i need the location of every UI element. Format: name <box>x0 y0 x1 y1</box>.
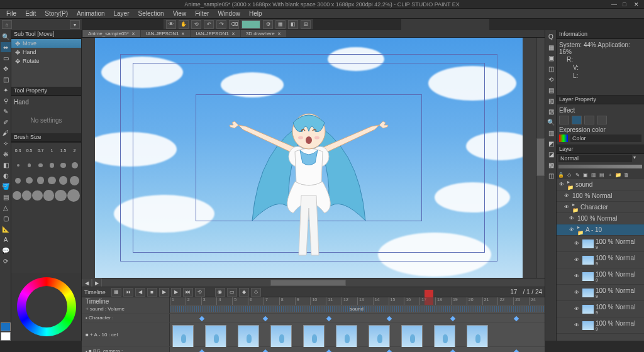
marquee-tool[interactable]: ◫ <box>1 74 11 84</box>
brush-size-label[interactable]: 1 <box>47 144 57 157</box>
key-add-icon[interactable]: ◆ <box>239 288 249 297</box>
brush-preset[interactable] <box>32 189 42 202</box>
animation-cel[interactable]: 10 <box>467 325 488 348</box>
clip-icon[interactable]: ▥ <box>590 171 597 179</box>
visibility-icon[interactable]: 👁 <box>564 193 570 199</box>
timeline-row-label[interactable]: + sound : Volume <box>82 305 170 313</box>
bg-color-swatch[interactable] <box>1 332 11 341</box>
brush-preset[interactable] <box>24 159 35 172</box>
timeline-ruler[interactable]: 123456789101112131415161718192021222324 <box>170 297 545 305</box>
visibility-icon[interactable]: 👁 <box>574 241 580 246</box>
brush-preset[interactable] <box>55 189 67 202</box>
ref-icon[interactable]: ◇ <box>565 171 573 179</box>
brush-preset[interactable] <box>47 159 57 172</box>
ruler-layer-icon[interactable]: ▤ <box>598 171 606 179</box>
timeline-tick[interactable]: 7 <box>264 297 279 305</box>
menu-filter[interactable]: Filter <box>191 9 213 18</box>
brush-preset[interactable] <box>35 174 46 187</box>
rotate-icon[interactable]: ⟲ <box>191 20 201 29</box>
tl-first-icon[interactable]: ⏮ <box>123 288 133 297</box>
timeline-tick[interactable]: 12 <box>341 297 357 305</box>
extra-effect-icon[interactable] <box>597 116 607 124</box>
maximize-button[interactable]: □ <box>623 1 629 8</box>
tl-loop-icon[interactable]: ⟲ <box>195 288 205 297</box>
panel-menu-icon[interactable]: ▾ <box>70 20 80 29</box>
cel-icon[interactable]: ▭ <box>227 288 237 297</box>
menu-layer[interactable]: Layer <box>110 9 133 18</box>
hand-icon[interactable]: ✋ <box>179 20 189 29</box>
key-del-icon[interactable]: ◇ <box>251 288 261 297</box>
nav-next-icon[interactable]: ▶ <box>92 278 102 287</box>
timeline-row-label[interactable]: ■ + A - 10 : cel <box>82 322 170 346</box>
brush-preset[interactable] <box>58 159 69 172</box>
layer-move-tool[interactable]: ✥ <box>1 63 11 74</box>
balloon-tool[interactable]: 💬 <box>1 245 11 255</box>
brush-preset[interactable] <box>22 189 31 202</box>
layercolor-effect-icon[interactable] <box>584 116 594 124</box>
brush-preset[interactable] <box>47 174 57 187</box>
timeline-track[interactable]: 12345678910 <box>170 322 545 346</box>
pen-tool[interactable]: ✎ <box>1 106 11 116</box>
clip-studio-button[interactable] <box>242 20 260 29</box>
layer-item[interactable]: 👁▸📁sound <box>557 179 644 190</box>
wand-tool[interactable]: ✦ <box>1 85 11 95</box>
material5-icon[interactable]: ◪ <box>546 149 556 159</box>
layer-item[interactable]: 👁100 % Normal9 <box>557 268 644 285</box>
brush-preset[interactable] <box>35 159 46 172</box>
timeline-tick[interactable]: 4 <box>216 297 232 305</box>
layer-item[interactable]: 👁100 % Normal9 <box>557 301 644 317</box>
document-tab[interactable]: 3D drawhere ✕ <box>241 30 286 37</box>
autoaction-icon[interactable]: ▤ <box>546 85 556 95</box>
timeline-tick[interactable]: 10 <box>310 297 326 305</box>
brush-tool[interactable]: 🖌 <box>1 128 11 138</box>
eye-icon[interactable]: 👁 <box>166 20 176 29</box>
timeline-tick[interactable]: 13 <box>357 297 373 305</box>
visibility-icon[interactable]: 👁 <box>574 322 580 328</box>
brush-size-label[interactable]: 0.3 <box>13 144 23 157</box>
timeline-track[interactable] <box>170 347 545 352</box>
undo-icon[interactable]: ↶ <box>204 20 214 29</box>
onion-icon[interactable]: ◉ <box>215 288 225 297</box>
item-icon[interactable]: ◫ <box>546 63 556 74</box>
timeline-row-label[interactable]: • ■ BG_camera : <box>82 347 170 352</box>
nav-icon[interactable]: ▦ <box>546 42 556 52</box>
visibility-icon[interactable]: 👁 <box>564 204 570 210</box>
menu-animation[interactable]: Animation <box>73 9 108 18</box>
settings-icon[interactable]: ⚙ <box>263 20 273 29</box>
delete-layer-icon[interactable]: 🗑 <box>623 171 630 179</box>
tl-last-icon[interactable]: ⏭ <box>183 288 193 297</box>
home-icon[interactable]: ⌂ <box>2 20 12 29</box>
timeline-tick[interactable]: 24 <box>529 297 545 305</box>
nav-prev-icon[interactable]: ◀ <box>82 278 92 287</box>
mask-icon[interactable]: ▣ <box>582 171 589 179</box>
correct-tool[interactable]: ⟳ <box>1 256 11 266</box>
timeline-tick[interactable]: 14 <box>373 297 389 305</box>
material4-icon[interactable]: ◩ <box>546 138 556 148</box>
view-icon[interactable]: ◧ <box>288 20 298 29</box>
playhead[interactable] <box>425 297 433 305</box>
tl-stop-icon[interactable]: ■ <box>147 288 157 297</box>
timeline-tick[interactable]: 2 <box>186 297 201 305</box>
timeline-tick[interactable]: 20 <box>467 297 482 305</box>
timeline-tick[interactable]: 16 <box>404 297 419 305</box>
visibility-icon[interactable]: 👁 <box>574 257 580 263</box>
document-tab[interactable]: IAN-JEPSON1 ✕ <box>191 30 240 37</box>
snap-icon[interactable]: ⊞ <box>301 20 311 29</box>
menu-view[interactable]: View <box>169 9 191 18</box>
brush-preset[interactable] <box>69 159 80 172</box>
timeline-tick[interactable]: 8 <box>279 297 295 305</box>
canvas-area[interactable] <box>82 38 536 278</box>
animation-cel[interactable]: 5 <box>303 325 325 348</box>
layer-item[interactable]: 👁100 % Normal <box>557 190 644 202</box>
timeline-tick[interactable]: 19 <box>451 297 467 305</box>
timeline-tick[interactable]: 11 <box>326 297 341 305</box>
material3-icon[interactable]: ▥ <box>546 128 556 138</box>
fg-color-swatch[interactable] <box>1 322 11 331</box>
material2-icon[interactable]: ▨ <box>546 106 556 116</box>
subview-icon[interactable]: ▣ <box>546 53 556 63</box>
brush-size-label[interactable]: 0.7 <box>35 144 46 157</box>
opacity-slider[interactable] <box>557 163 644 170</box>
timeline-tick[interactable]: 22 <box>497 297 513 305</box>
animation-cel[interactable]: 4 <box>270 325 292 348</box>
visibility-icon[interactable]: 👁 <box>569 227 575 233</box>
